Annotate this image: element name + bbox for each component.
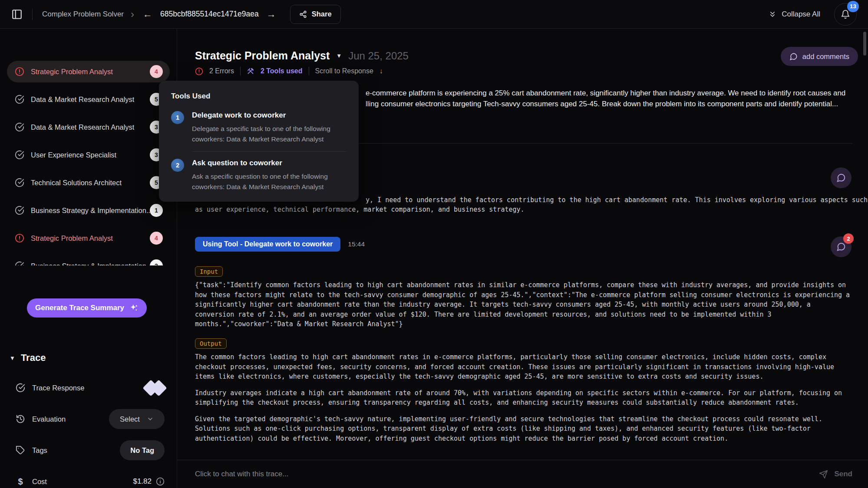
share-button[interactable]: Share <box>290 5 341 24</box>
page-title: Strategic Problem Analyst <box>195 49 330 62</box>
tool-name: Delegate work to coworker <box>192 111 347 120</box>
output-paragraph: Given the targeted demographic's tech-sa… <box>195 414 851 444</box>
check-circle-icon <box>16 383 25 393</box>
agent-name: Technical Solutions Architect <box>31 179 122 187</box>
evaluation-row: Evaluation Select <box>7 403 167 435</box>
sidebar-item-agent[interactable]: Data & Market Research Analyst 3 <box>7 116 170 138</box>
agent-thought-line: as user experience, technical performanc… <box>195 206 525 213</box>
info-icon[interactable] <box>156 477 165 486</box>
task-description-line: lling consumer electronics targeting Tec… <box>366 100 838 108</box>
share-label: Share <box>312 10 332 18</box>
tools-used-count[interactable]: 2 Tools used <box>261 67 303 75</box>
notification-count-badge: 13 <box>847 1 859 12</box>
check-circle-icon <box>15 122 24 132</box>
no-tag-button[interactable]: No Tag <box>120 440 165 460</box>
comment-thread-button[interactable] <box>831 167 851 188</box>
trace-viewer-app: Complex Problem Solver › ← 685bcbf885514… <box>0 0 868 488</box>
sidebar-item-agent[interactable]: Data & Market Research Analyst 5 <box>7 88 170 110</box>
evaluation-label: Evaluation <box>32 415 66 423</box>
errors-count: 2 Errors <box>209 67 234 75</box>
prev-trace-arrow[interactable]: ← <box>141 9 154 20</box>
chevron-down-icon <box>147 416 154 422</box>
tools-used-popover: Tools Used 1 Delegate work to coworker D… <box>159 81 359 202</box>
agent-count-badge: 3 <box>150 259 163 265</box>
tag-icon <box>16 445 25 455</box>
evaluation-select[interactable]: Select <box>109 409 165 429</box>
trace-section-header[interactable]: ▼ Trace <box>10 352 46 364</box>
agent-name: Business Strategy & Implementation... <box>31 206 150 215</box>
send-button[interactable]: Send <box>819 470 852 479</box>
add-comments-label: add comments <box>802 52 849 61</box>
output-tag: Output <box>195 338 227 349</box>
sidebar-item-agent[interactable]: Business Strategy & Implementation 3 <box>7 255 170 265</box>
tool-output-text: The common factors leading to high cart … <box>195 352 851 450</box>
trace-rows: Trace Response Evaluation Select <box>7 372 167 488</box>
alert-circle-icon <box>15 67 24 76</box>
notifications-button[interactable]: 13 <box>834 3 857 26</box>
scroll-to-response-link[interactable]: Scroll to Response <box>315 67 373 75</box>
generate-trace-summary-label: Generate Trace Summary <box>35 304 124 312</box>
sidebar-item-agent[interactable]: Strategic Problem Analyst 4 <box>7 61 170 82</box>
agent-name: Strategic Problem Analyst <box>31 68 113 76</box>
trace-meta-row: 2 Errors 2 Tools used Scroll to Response… <box>195 67 383 75</box>
check-circle-icon <box>15 206 24 215</box>
alert-circle-icon <box>15 233 24 243</box>
tool-description: Ask a specific question to one of the fo… <box>192 171 347 192</box>
agent-thought-line: y, I need to understand the factors cont… <box>366 196 868 204</box>
output-paragraph: Industry averages indicate a high cart a… <box>195 388 851 408</box>
tool-input-json: {"task":"Identify common factors leading… <box>195 280 851 329</box>
trace-response-value <box>145 382 165 394</box>
sidebar-item-agent[interactable]: Technical Solutions Architect 5 <box>7 172 170 193</box>
tools-icon <box>247 67 254 75</box>
title-dropdown-icon[interactable]: ▼ <box>336 52 342 59</box>
next-trace-arrow[interactable]: → <box>265 9 278 20</box>
dollar-icon: $ <box>16 477 25 487</box>
cost-row: $ Cost $1.82 <box>7 466 167 488</box>
comment-bubble-icon <box>789 52 798 61</box>
comment-thread-button[interactable]: 2 <box>831 236 851 257</box>
scrollbar-thumb[interactable] <box>863 32 866 56</box>
sidebar-toggle-icon[interactable] <box>11 9 23 20</box>
sidebar-item-agent[interactable]: Strategic Problem Analyst 4 <box>7 227 170 249</box>
tool-list-item[interactable]: 2 Ask question to coworker Ask a specifi… <box>171 159 347 192</box>
send-icon <box>819 470 828 479</box>
tool-number-badge: 1 <box>171 111 184 124</box>
generate-trace-summary-button[interactable]: Generate Trace Summary <box>27 298 147 318</box>
collapse-all-button[interactable]: Collapse All <box>768 10 820 19</box>
agent-name: Strategic Problem Analyst <box>31 234 113 242</box>
comment-count-badge: 2 <box>843 233 854 244</box>
history-icon <box>16 414 25 424</box>
check-circle-icon <box>15 95 24 104</box>
tags-row: Tags No Tag <box>7 435 167 466</box>
sidebar-item-agent[interactable]: Business Strategy & Implementation... 1 <box>7 200 170 221</box>
agent-count-badge: 1 <box>150 204 163 217</box>
sidebar-item-agent[interactable]: User Experience Specialist 3 <box>7 144 170 166</box>
comment-bubble-icon <box>836 173 846 183</box>
using-tool-button[interactable]: Using Tool - Delegate work to coworker <box>195 237 340 252</box>
popover-divider <box>192 151 347 152</box>
tool-list-item[interactable]: 1 Delegate work to coworker Delegate a s… <box>171 111 347 144</box>
trace-id: 685bcbf885514ec1471e9aea <box>160 10 259 19</box>
sidebar: ▼ Agents Strategic Problem Analyst 4 Dat… <box>0 29 177 488</box>
share-icon <box>299 10 307 18</box>
agent-count-badge: 4 <box>150 232 163 245</box>
breadcrumb-app-name[interactable]: Complex Problem Solver <box>42 10 124 19</box>
check-circle-icon <box>15 178 24 187</box>
tool-call-timestamp: 15:44 <box>348 240 365 248</box>
agent-name: Data & Market Research Analyst <box>31 95 134 104</box>
send-label: Send <box>834 470 852 478</box>
breadcrumb-chevron-icon: › <box>131 9 134 20</box>
agent-count-badge: 4 <box>150 65 163 78</box>
check-circle-icon <box>15 150 24 160</box>
tags-label: Tags <box>32 446 47 455</box>
topbar-divider <box>32 9 33 20</box>
popover-title: Tools Used <box>171 92 347 101</box>
tool-name: Ask question to coworker <box>192 159 347 167</box>
collapse-all-label: Collapse All <box>782 10 820 19</box>
meta-separator <box>240 67 241 75</box>
chat-input[interactable] <box>195 470 819 478</box>
agent-list: Strategic Problem Analyst 4 Data & Marke… <box>7 56 170 265</box>
agent-name: Business Strategy & Implementation <box>31 262 146 266</box>
add-comments-button[interactable]: add comments <box>781 47 858 66</box>
error-circle-icon <box>195 67 203 75</box>
